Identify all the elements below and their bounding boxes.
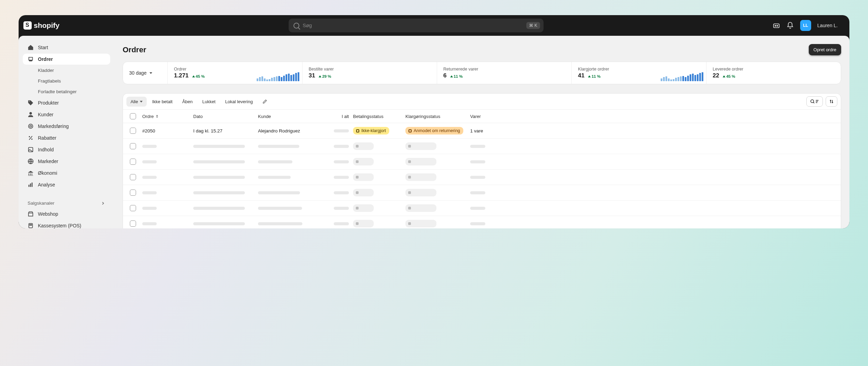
sidebar-item-label: Ordrer: [38, 56, 53, 62]
sidebar-item-pos[interactable]: Kassesystem (POS): [23, 220, 110, 228]
tab-all[interactable]: Alle: [126, 97, 147, 107]
sidebar-item-drafts[interactable]: Kladder: [23, 65, 110, 75]
stat-delta: 45 %: [192, 74, 205, 78]
svg-point-16: [811, 100, 814, 103]
sidebar-item-label: Webshop: [38, 211, 58, 217]
header-total[interactable]: I alt: [321, 114, 351, 119]
store-icon: [28, 211, 34, 217]
stat-delta: 45 %: [723, 74, 735, 78]
tabs-row: Alle Ikke betalt Åben Lukket Lokal lever…: [123, 94, 841, 110]
row-checkbox[interactable]: [130, 205, 136, 211]
stat-returned[interactable]: Returnerede varer 6 11 %: [437, 62, 572, 84]
stat-value: 1.271: [174, 72, 189, 79]
header-items[interactable]: Varer: [468, 114, 503, 119]
search-icon: [293, 23, 299, 29]
tab-closed[interactable]: Lukket: [198, 97, 219, 107]
stat-orders[interactable]: Ordrer 1.271 45 %: [168, 62, 302, 84]
table-row[interactable]: [123, 201, 841, 216]
stat-items-ordered[interactable]: Bestilte varer 31 29 %: [302, 62, 437, 84]
main-content: Ordrer Opret ordre 30 dage Ordrer 1.271 …: [114, 36, 849, 228]
stat-delta: 11 %: [450, 74, 463, 78]
sidebar-item-markets[interactable]: Markeder: [23, 156, 110, 167]
row-checkbox[interactable]: [130, 159, 136, 165]
tab-local-delivery[interactable]: Lokal levering: [221, 97, 257, 107]
header-fulfillment[interactable]: Klargøringsstatus: [403, 114, 468, 119]
svg-point-1: [775, 25, 776, 26]
period-selector[interactable]: 30 dage: [123, 62, 168, 84]
table-row[interactable]: [123, 170, 841, 185]
user-name[interactable]: Lauren L.: [817, 23, 845, 28]
header-date[interactable]: Dato: [191, 114, 256, 119]
image-icon: [28, 147, 34, 153]
sidebar-item-label: Kunder: [38, 112, 53, 117]
sidebar-item-label: Rabatter: [38, 135, 56, 141]
create-order-button[interactable]: Opret ordre: [809, 44, 841, 55]
row-checkbox[interactable]: [130, 128, 136, 134]
svg-rect-15: [30, 224, 31, 225]
row-checkbox[interactable]: [130, 174, 136, 180]
table-row[interactable]: [123, 139, 841, 154]
sidebar-item-abandoned[interactable]: Forladte betalinger: [23, 87, 110, 97]
stat-delivered[interactable]: Leverede ordrer 22 45 %: [706, 62, 841, 84]
sort-button[interactable]: [826, 96, 837, 107]
search-input[interactable]: Søg ⌘K: [289, 19, 544, 32]
chevron-down-icon: [149, 72, 152, 74]
topbar: shopify Søg ⌘K LL Lauren L.: [19, 15, 849, 36]
header-customer[interactable]: Kunde: [256, 114, 321, 119]
sidebar-item-analytics[interactable]: Analyse: [23, 179, 110, 190]
sidebar: Start Ordrer Kladder Fragtlabels Forladt…: [19, 36, 114, 228]
search-filter-button[interactable]: [806, 96, 823, 107]
sidebar-item-label: Indhold: [38, 147, 54, 152]
stat-label: Returnerede varer: [443, 67, 565, 72]
table-row[interactable]: #2050 I dag kl. 15.27 Alejandro Rodrigue…: [123, 123, 841, 139]
sidebar-item-label: Markedsføring: [38, 123, 69, 129]
inbox-icon[interactable]: [773, 22, 780, 29]
cell-customer: Alejandro Rodriguez: [256, 128, 321, 133]
tab-open[interactable]: Åben: [178, 97, 197, 107]
brand-logo[interactable]: shopify: [23, 21, 60, 30]
avatar[interactable]: LL: [800, 20, 811, 31]
up-triangle-icon: [192, 75, 195, 77]
notifications-icon[interactable]: [786, 22, 794, 29]
up-triangle-icon: [723, 75, 725, 77]
sidebar-section-channels[interactable]: Salgskanaler: [23, 198, 110, 208]
tab-unpaid[interactable]: Ikke betalt: [148, 97, 177, 107]
table-row[interactable]: [123, 185, 841, 201]
period-label: 30 dage: [129, 70, 147, 76]
sparkline: [661, 71, 703, 81]
row-checkbox[interactable]: [130, 220, 136, 227]
cell-fulfillment: Anmodet om returnering: [403, 127, 468, 134]
sidebar-item-label: Fragtlabels: [38, 78, 61, 84]
header-order[interactable]: Ordre: [140, 114, 191, 119]
chevron-down-icon: [140, 101, 143, 103]
sidebar-item-products[interactable]: Produkter: [23, 97, 110, 108]
status-dot-icon: [356, 129, 359, 132]
edit-tabs-button[interactable]: [260, 97, 269, 106]
svg-point-5: [30, 125, 31, 127]
row-checkbox[interactable]: [130, 190, 136, 196]
sidebar-item-webshop[interactable]: Webshop: [23, 208, 110, 219]
table-row[interactable]: [123, 216, 841, 228]
sidebar-item-label: Produkter: [38, 100, 59, 106]
cell-total: [321, 128, 351, 133]
stat-fulfilled[interactable]: Klargjorte ordrer 41 11 %: [572, 62, 706, 84]
sidebar-item-orders[interactable]: Ordrer: [23, 54, 110, 65]
sidebar-item-shipping-labels[interactable]: Fragtlabels: [23, 76, 110, 86]
sidebar-item-customers[interactable]: Kunder: [23, 109, 110, 120]
sidebar-item-content[interactable]: Indhold: [23, 144, 110, 155]
select-all-checkbox[interactable]: [130, 113, 136, 119]
chart-icon: [28, 182, 34, 188]
sidebar-item-marketing[interactable]: Markedsføring: [23, 121, 110, 132]
table-row[interactable]: [123, 154, 841, 170]
header-payment[interactable]: Betalingsstatus: [351, 114, 403, 119]
sidebar-item-label: Kladder: [38, 68, 54, 73]
stats-row: 30 dage Ordrer 1.271 45 % Bestilte varer…: [123, 62, 841, 84]
row-checkbox[interactable]: [130, 143, 136, 149]
sidebar-item-discounts[interactable]: Rabatter: [23, 132, 110, 143]
svg-point-4: [29, 124, 33, 129]
sidebar-item-label: Analyse: [38, 182, 55, 187]
sidebar-item-finances[interactable]: Økonomi: [23, 168, 110, 179]
pos-icon: [28, 223, 34, 228]
sidebar-item-start[interactable]: Start: [23, 42, 110, 53]
sidebar-item-label: Kassesystem (POS): [38, 223, 81, 228]
